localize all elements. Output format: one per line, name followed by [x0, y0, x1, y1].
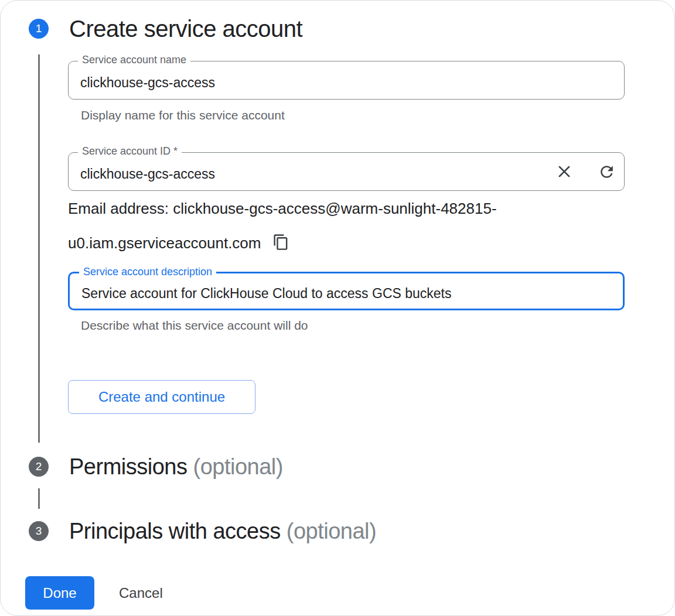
service-account-description-helper: Describe what this service account will …: [81, 319, 308, 333]
clear-x-icon[interactable]: [555, 163, 573, 180]
step-3-number: 3: [36, 525, 42, 538]
service-account-description-field: Service account description: [68, 272, 625, 310]
create-and-continue-button[interactable]: Create and continue: [68, 380, 255, 414]
step-3-optional-text: (optional): [287, 519, 376, 543]
step-3-title-text: Principals with access: [69, 519, 281, 543]
copy-icon[interactable]: [272, 234, 289, 251]
service-account-id-field: Service account ID *: [68, 152, 625, 191]
page-title-text: Create service account: [69, 16, 302, 42]
step-2-optional-text: (optional): [193, 454, 283, 479]
step-2-heading[interactable]: Permissions (optional): [69, 453, 283, 481]
step-1-indicator: 1: [29, 19, 49, 39]
service-account-description-input[interactable]: [70, 273, 623, 309]
step-connector-2: [38, 488, 40, 509]
service-account-name-helper: Display name for this service account: [81, 108, 285, 122]
service-account-name-field: Service account name: [68, 61, 625, 100]
step-2-indicator[interactable]: 2: [29, 457, 49, 477]
email-address: Email address: clickhouse-gcs-access@war…: [68, 191, 622, 261]
cancel-button[interactable]: Cancel: [111, 576, 171, 610]
id-field-actions: [555, 153, 616, 190]
step-2-number: 2: [36, 460, 42, 473]
step-connector-1: [38, 54, 40, 443]
done-button[interactable]: Done: [25, 576, 94, 610]
create-service-account-panel: 1 Create service account Service account…: [0, 0, 675, 616]
service-account-id-input[interactable]: [69, 153, 624, 190]
step-2-title-text: Permissions: [69, 454, 187, 479]
service-account-name-input[interactable]: [69, 61, 624, 99]
step-1-number: 1: [36, 22, 42, 35]
email-address-line2: u0.iam.gserviceaccount.com: [68, 234, 261, 252]
step-3-heading[interactable]: Principals with access (optional): [69, 517, 376, 545]
step-3-indicator[interactable]: 3: [29, 521, 49, 541]
email-address-line1: Email address: clickhouse-gcs-access@war…: [68, 200, 497, 217]
refresh-icon[interactable]: [598, 163, 616, 181]
page-title: Create service account: [69, 14, 302, 43]
